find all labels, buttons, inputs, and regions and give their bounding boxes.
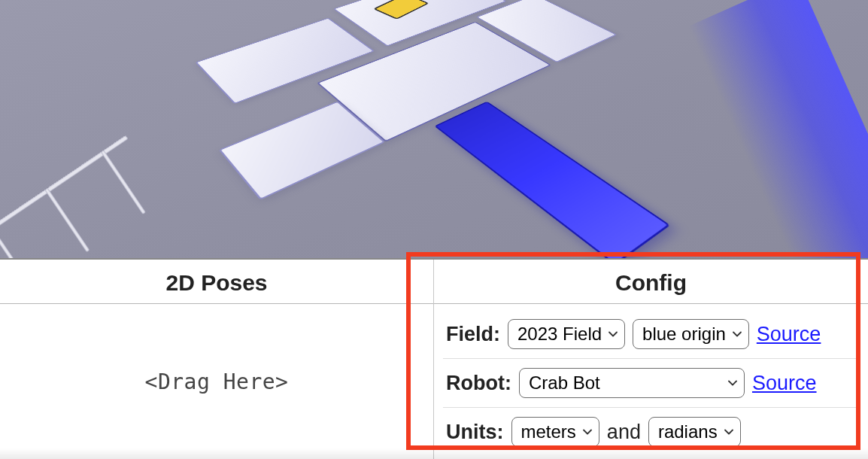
distance-units-select[interactable]: meters <box>511 417 599 447</box>
units-label: Units: <box>446 421 504 444</box>
field-select[interactable]: 2023 Field <box>508 319 625 349</box>
distance-units-value: meters <box>521 421 576 442</box>
config-row-robot: Robot: Crab Bot Source <box>443 359 859 408</box>
chevron-down-icon <box>582 427 593 437</box>
chevron-down-icon <box>608 329 618 339</box>
units-and-text: and <box>607 421 641 444</box>
config-row-units: Units: meters and radians <box>443 408 859 456</box>
config-body: Field: 2023 Field blue origin Source Rob… <box>434 304 868 459</box>
chevron-down-icon <box>727 378 738 388</box>
guardrail <box>0 135 172 260</box>
robot-label: Robot: <box>446 372 511 395</box>
field-panel <box>476 0 617 62</box>
bottom-panel-row: 2D Poses <Drag Here> Config Field: 2023 … <box>0 260 868 459</box>
origin-select[interactable]: blue origin <box>633 319 749 349</box>
angle-units-select[interactable]: radians <box>648 417 741 447</box>
field-structure <box>156 0 718 256</box>
config-panel-title: Config <box>434 260 868 304</box>
angle-units-value: radians <box>658 421 718 442</box>
poses-panel: 2D Poses <Drag Here> <box>0 260 434 459</box>
field-select-value: 2023 Field <box>517 324 602 345</box>
origin-select-value: blue origin <box>642 324 726 345</box>
poses-drop-zone[interactable]: <Drag Here> <box>0 304 433 459</box>
robot-select[interactable]: Crab Bot <box>519 368 745 398</box>
config-panel: Config Field: 2023 Field blue origin Sou… <box>434 260 868 459</box>
scene-3d <box>0 0 868 258</box>
charge-station <box>434 102 670 260</box>
chevron-down-icon <box>732 329 742 339</box>
alliance-wall-blue <box>688 0 868 260</box>
field-label: Field: <box>446 323 500 346</box>
poses-panel-title: 2D Poses <box>0 260 433 304</box>
chevron-down-icon <box>724 427 734 437</box>
field-3d-viewport[interactable] <box>0 0 868 260</box>
robot-select-value: Crab Bot <box>529 372 600 394</box>
drag-here-placeholder: <Drag Here> <box>145 369 289 394</box>
field-source-link[interactable]: Source <box>757 323 821 346</box>
config-row-field: Field: 2023 Field blue origin Source <box>443 310 859 359</box>
robot-source-link[interactable]: Source <box>752 372 817 395</box>
field-panel <box>195 18 375 105</box>
